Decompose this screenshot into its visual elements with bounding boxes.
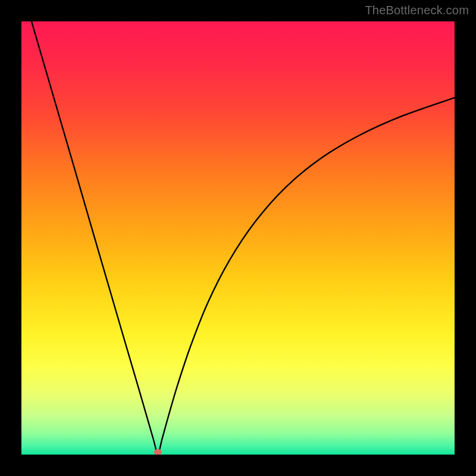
chart-svg: [21, 21, 455, 455]
gradient-background: [21, 21, 455, 455]
watermark-text: TheBottleneck.com: [365, 4, 469, 17]
chart-frame: TheBottleneck.com: [0, 0, 476, 476]
plot-area: [21, 21, 455, 455]
